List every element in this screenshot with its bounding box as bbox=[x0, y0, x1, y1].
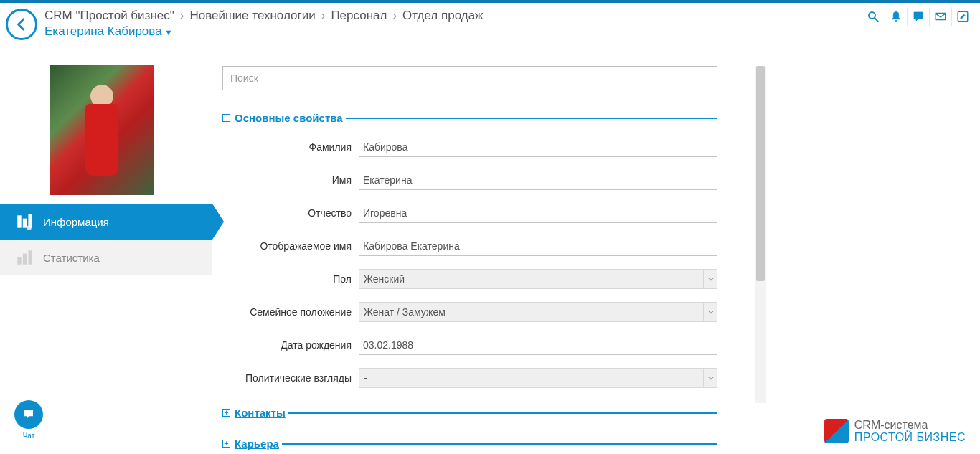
row-political: Политические взгляды - bbox=[222, 368, 717, 388]
breadcrumb-sep-icon: › bbox=[321, 9, 326, 23]
logo-line1: CRM-система bbox=[854, 419, 966, 432]
breadcrumb-current-label: Екатерина Кабирова bbox=[44, 24, 162, 38]
label-birthdate: Дата рождения bbox=[222, 339, 359, 351]
label-political: Политические взгляды bbox=[222, 372, 359, 384]
section-main-properties: − Основные свойства Фамилия Имя Отчество bbox=[222, 112, 717, 388]
svg-line-1 bbox=[875, 18, 878, 22]
row-birthdate: Дата рождения bbox=[222, 335, 717, 355]
collapse-toggle[interactable]: − bbox=[222, 114, 230, 122]
logo-text: CRM-система ПРОСТОЙ БИЗНЕС bbox=[854, 419, 966, 444]
search-button[interactable] bbox=[862, 7, 884, 26]
label-patronymic: Отчество bbox=[222, 207, 359, 219]
breadcrumb-sep-icon: › bbox=[392, 9, 397, 23]
scrollbar[interactable] bbox=[755, 66, 766, 403]
sidebar-tab-stats[interactable]: Статистика bbox=[0, 240, 212, 275]
chevron-down-icon bbox=[703, 302, 717, 322]
expand-toggle[interactable]: + bbox=[222, 409, 230, 417]
select-marital[interactable]: Женат / Замужем bbox=[359, 302, 717, 322]
row-last-name: Фамилия bbox=[222, 137, 717, 157]
sidebar-tab-label: Информация bbox=[43, 216, 109, 228]
section-title[interactable]: Карьера bbox=[235, 438, 279, 450]
label-display-name: Отображаемое имя bbox=[222, 240, 359, 252]
svg-point-7 bbox=[27, 225, 32, 230]
edit-icon bbox=[956, 10, 969, 23]
section-title[interactable]: Контакты bbox=[235, 407, 286, 419]
chat-bubble-icon bbox=[14, 400, 43, 429]
edit-button[interactable] bbox=[951, 7, 973, 26]
chevron-down-icon bbox=[703, 269, 717, 289]
section-title[interactable]: Основные свойства bbox=[235, 112, 343, 124]
section-divider bbox=[282, 443, 717, 445]
caret-down-icon: ▼ bbox=[165, 28, 173, 37]
breadcrumb-current-dropdown[interactable]: Екатерина Кабирова▼ bbox=[44, 24, 483, 39]
svg-rect-10 bbox=[28, 250, 32, 265]
breadcrumb: CRM "Простой бизнес" › Новейшие технолог… bbox=[44, 9, 483, 23]
product-logo[interactable]: CRM-система ПРОСТОЙ БИЗНЕС bbox=[824, 419, 966, 444]
row-marital: Семейное положение Женат / Замужем bbox=[222, 302, 717, 322]
scrollbar-thumb[interactable] bbox=[756, 66, 765, 281]
sidebar: Информация Статистика bbox=[0, 44, 212, 453]
breadcrumb-level2[interactable]: Персонал bbox=[331, 9, 387, 23]
breadcrumb-level3[interactable]: Отдел продаж bbox=[402, 9, 483, 23]
logo-icon bbox=[824, 419, 849, 443]
svg-rect-4 bbox=[17, 215, 21, 227]
stats-icon bbox=[14, 247, 34, 268]
label-marital: Семейное положение bbox=[222, 306, 359, 318]
svg-rect-8 bbox=[17, 257, 21, 265]
input-birthdate[interactable] bbox=[359, 335, 717, 355]
label-gender: Пол bbox=[222, 273, 359, 285]
header-toolbar bbox=[862, 7, 973, 26]
search-icon bbox=[867, 10, 880, 23]
bell-icon bbox=[890, 10, 903, 23]
select-gender-value: Женский bbox=[364, 273, 405, 285]
select-gender[interactable]: Женский bbox=[359, 269, 717, 289]
expand-toggle[interactable]: + bbox=[222, 440, 230, 448]
input-display-name[interactable] bbox=[359, 236, 717, 256]
row-display-name: Отображаемое имя bbox=[222, 236, 717, 256]
logo-line2: ПРОСТОЙ БИЗНЕС bbox=[854, 431, 966, 444]
avatar[interactable] bbox=[50, 65, 154, 195]
chevron-down-icon bbox=[703, 368, 717, 388]
input-patronymic[interactable] bbox=[359, 203, 717, 223]
sidebar-tabs: Информация Статистика bbox=[0, 204, 212, 275]
select-marital-value: Женат / Замужем bbox=[364, 306, 446, 318]
header: CRM "Простой бизнес" › Новейшие технолог… bbox=[0, 3, 980, 44]
input-last-name[interactable] bbox=[359, 137, 717, 157]
mail-icon bbox=[934, 10, 947, 23]
row-first-name: Имя bbox=[222, 170, 717, 190]
select-political[interactable]: - bbox=[359, 368, 717, 388]
mail-button[interactable] bbox=[929, 7, 951, 26]
svg-rect-5 bbox=[23, 219, 27, 228]
breadcrumb-sep-icon: › bbox=[180, 9, 184, 23]
chat-label: Чат bbox=[14, 432, 43, 440]
form-area: − Основные свойства Фамилия Имя Отчество bbox=[222, 66, 717, 453]
section-career: + Карьера bbox=[222, 438, 717, 450]
chat-icon bbox=[912, 10, 925, 23]
breadcrumb-app[interactable]: CRM "Простой бизнес" bbox=[44, 9, 174, 23]
info-icon bbox=[14, 212, 34, 232]
row-gender: Пол Женский bbox=[222, 269, 717, 289]
input-first-name[interactable] bbox=[359, 170, 717, 190]
content: − Основные свойства Фамилия Имя Отчество bbox=[212, 44, 980, 453]
arrow-left-icon bbox=[14, 16, 29, 32]
section-divider bbox=[288, 412, 717, 414]
breadcrumb-column: CRM "Простой бизнес" › Новейшие технолог… bbox=[44, 9, 483, 39]
sidebar-tab-info[interactable]: Информация bbox=[0, 204, 212, 240]
search-input[interactable] bbox=[222, 66, 717, 90]
chat-floating-button[interactable]: Чат bbox=[14, 400, 43, 440]
label-first-name: Имя bbox=[222, 174, 359, 186]
label-last-name: Фамилия bbox=[222, 141, 359, 153]
breadcrumb-level1[interactable]: Новейшие технологии bbox=[189, 9, 315, 23]
main: Информация Статистика − Основные свойств… bbox=[0, 44, 980, 453]
back-button[interactable] bbox=[6, 9, 37, 40]
messages-button[interactable] bbox=[907, 7, 928, 26]
notifications-button[interactable] bbox=[885, 7, 906, 26]
section-divider bbox=[346, 118, 717, 119]
row-patronymic: Отчество bbox=[222, 203, 717, 223]
section-contacts: + Контакты bbox=[222, 407, 717, 419]
svg-rect-9 bbox=[23, 254, 27, 265]
select-political-value: - bbox=[364, 372, 367, 384]
sidebar-tab-label: Статистика bbox=[43, 252, 100, 264]
